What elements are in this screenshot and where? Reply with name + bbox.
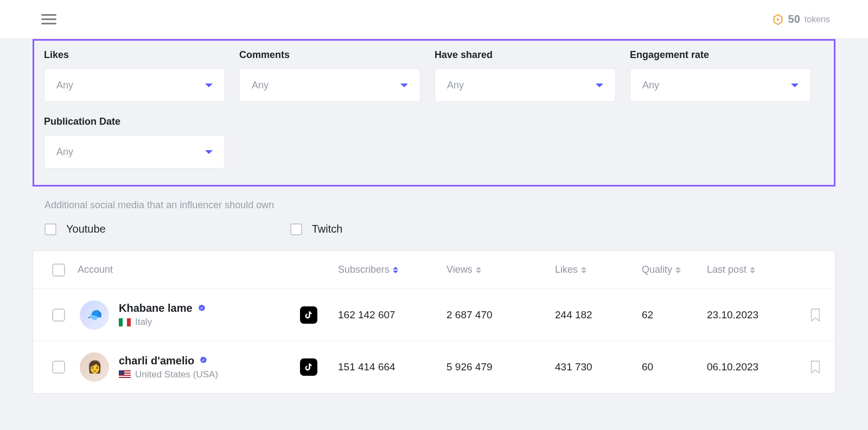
filter-likes-select[interactable]: Any xyxy=(44,68,225,102)
additional-social-section: Additional social media that an influenc… xyxy=(33,200,835,235)
filter-have-shared-select[interactable]: Any xyxy=(435,68,616,102)
select-value: Any xyxy=(447,80,464,91)
filters-panel: Likes Any Comments Any Have shared Any E… xyxy=(33,39,835,187)
col-label: Views xyxy=(446,264,473,275)
tiktok-icon xyxy=(300,306,317,324)
row-checkbox[interactable] xyxy=(52,309,65,322)
filter-label: Likes xyxy=(44,49,225,61)
bookmark-icon[interactable] xyxy=(809,308,821,322)
checkbox-icon xyxy=(290,223,302,235)
verified-icon xyxy=(197,304,207,313)
select-value: Any xyxy=(56,146,73,158)
cell-quality: 60 xyxy=(642,361,707,373)
account-name: charli d'amelio xyxy=(119,355,194,367)
col-label: Subscribers xyxy=(338,264,390,275)
cell-likes: 244 182 xyxy=(555,309,642,321)
filter-label: Have shared xyxy=(435,49,616,61)
col-account[interactable]: Account xyxy=(78,264,300,275)
filter-label: Engagement rate xyxy=(630,49,811,61)
cell-subscribers: 162 142 607 xyxy=(338,309,446,321)
select-all-checkbox[interactable] xyxy=(52,264,65,277)
avatar: 🧢 xyxy=(80,300,109,330)
table-header: Account Subscribers Views Likes Quality … xyxy=(33,251,835,289)
sort-icon xyxy=(393,267,398,273)
col-label: Last post xyxy=(707,264,746,275)
checkbox-icon xyxy=(44,223,56,235)
chevron-down-icon xyxy=(205,150,213,154)
topbar: 50 tokens xyxy=(0,0,868,39)
filter-label: Comments xyxy=(239,49,420,61)
table-row[interactable]: 🧢 Khabane lame Italy 162 142 60 xyxy=(33,289,835,341)
tokens-indicator[interactable]: 50 tokens xyxy=(772,13,830,25)
additional-social-label: Additional social media that an influenc… xyxy=(44,200,835,211)
filter-comments: Comments Any xyxy=(239,49,420,102)
avatar: 👩 xyxy=(80,352,109,382)
filter-engagement-rate: Engagement rate Any xyxy=(630,49,811,102)
checkbox-youtube[interactable]: Youtube xyxy=(44,223,106,235)
col-likes[interactable]: Likes xyxy=(555,264,642,275)
filter-publication-date: Publication Date Any xyxy=(44,116,225,169)
row-checkbox[interactable] xyxy=(52,361,65,374)
filter-publication-date-select[interactable]: Any xyxy=(44,135,225,169)
tiktok-icon xyxy=(300,358,317,376)
account-country: Italy xyxy=(135,317,152,328)
token-hex-icon xyxy=(772,14,784,25)
cell-views: 5 926 479 xyxy=(446,361,555,373)
checkbox-twitch[interactable]: Twitch xyxy=(290,223,343,235)
chevron-down-icon xyxy=(205,84,213,87)
select-value: Any xyxy=(56,80,73,91)
cell-likes: 431 730 xyxy=(555,361,642,373)
cell-last-post: 06.10.2023 xyxy=(707,361,799,373)
col-last-post[interactable]: Last post xyxy=(707,264,799,275)
col-label: Quality xyxy=(642,264,672,275)
account-cell[interactable]: 👩 charli d'amelio United States (USA) xyxy=(78,352,300,382)
select-value: Any xyxy=(252,80,269,91)
filter-engagement-rate-select[interactable]: Any xyxy=(630,68,811,102)
chevron-down-icon xyxy=(400,84,408,87)
checkbox-label: Youtube xyxy=(66,223,106,235)
sort-icon xyxy=(581,267,586,273)
flag-icon xyxy=(119,370,131,378)
filter-comments-select[interactable]: Any xyxy=(239,68,420,102)
select-value: Any xyxy=(642,80,659,91)
col-quality[interactable]: Quality xyxy=(642,264,707,275)
verified-icon xyxy=(199,356,208,365)
results-table: Account Subscribers Views Likes Quality … xyxy=(33,251,835,394)
cell-subscribers: 151 414 664 xyxy=(338,361,446,373)
flag-icon xyxy=(119,318,131,326)
col-label: Likes xyxy=(555,264,578,275)
chevron-down-icon xyxy=(596,84,603,87)
cell-last-post: 23.10.2023 xyxy=(707,309,799,321)
sort-icon xyxy=(476,267,481,273)
filter-have-shared: Have shared Any xyxy=(435,49,616,102)
col-views[interactable]: Views xyxy=(446,264,555,275)
sort-icon xyxy=(675,267,681,273)
filter-label: Publication Date xyxy=(44,116,225,127)
table-row[interactable]: 👩 charli d'amelio United States (USA) xyxy=(33,341,835,393)
tokens-count: 50 xyxy=(788,13,800,25)
platform-checkboxes: Youtube Twitch xyxy=(44,223,835,235)
bookmark-icon[interactable] xyxy=(809,360,821,374)
col-subscribers[interactable]: Subscribers xyxy=(338,264,446,275)
col-label: Account xyxy=(78,264,113,275)
checkbox-label: Twitch xyxy=(312,223,343,235)
filter-likes: Likes Any xyxy=(44,49,225,102)
sort-icon xyxy=(750,267,755,273)
account-name: Khabane lame xyxy=(119,302,193,315)
account-country: United States (USA) xyxy=(135,369,218,380)
tokens-label: tokens xyxy=(805,15,830,24)
cell-quality: 62 xyxy=(642,309,707,321)
account-cell[interactable]: 🧢 Khabane lame Italy xyxy=(78,300,300,330)
menu-button[interactable] xyxy=(41,14,56,24)
chevron-down-icon xyxy=(791,84,799,87)
cell-views: 2 687 470 xyxy=(446,309,555,321)
